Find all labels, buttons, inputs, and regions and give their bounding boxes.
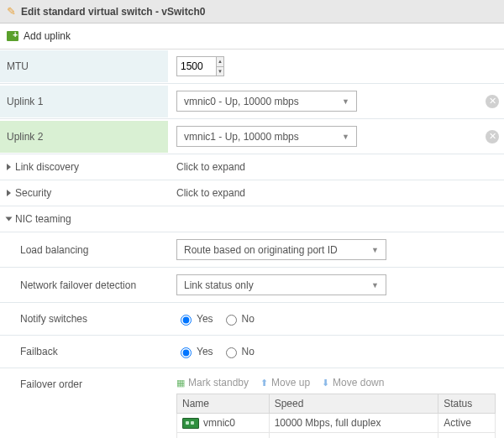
notify-switches-label: Notify switches — [0, 303, 168, 335]
chevron-down-icon: ▼ — [371, 246, 379, 254]
failover-detection-value: Link status only — [184, 279, 254, 291]
title-bar: ✎ Edit standard virtual switch - vSwitch… — [0, 0, 504, 23]
nic-icon — [182, 418, 199, 429]
failback-row: Failback Yes No — [0, 336, 504, 368]
mtu-step-down[interactable]: ▼ — [217, 67, 223, 76]
failback-no-radio[interactable]: No — [222, 345, 255, 358]
failover-order-table: Name Speed Status vmnic0 10000 Mbps, ful… — [176, 394, 496, 438]
caret-right-icon — [7, 164, 11, 170]
notify-no-radio[interactable]: No — [222, 312, 255, 326]
link-discovery-label: Link discovery — [15, 161, 79, 173]
uplink2-value: vmnic1 - Up, 10000 mbps — [184, 131, 299, 143]
mtu-stepper[interactable]: ▲ ▼ — [176, 56, 224, 76]
uplink1-remove-button[interactable]: ✕ — [486, 95, 499, 108]
uplink2-label: Uplink 2 — [0, 121, 168, 153]
table-row[interactable]: vmnic1 10000 Mbps, full duplex Active — [177, 433, 496, 438]
mtu-label: MTU — [0, 50, 168, 82]
chevron-down-icon: ▼ — [371, 281, 379, 289]
nic-teaming-label: NIC teaming — [15, 213, 71, 225]
col-status[interactable]: Status — [438, 394, 496, 414]
move-down-button[interactable]: ⬇Move down — [322, 377, 384, 388]
link-discovery-value: Click to expand — [168, 154, 504, 180]
table-row[interactable]: vmnic0 10000 Mbps, full duplex Active — [177, 414, 496, 433]
uplink1-value: vmnic0 - Up, 10000 mbps — [184, 96, 299, 107]
caret-down-icon — [6, 217, 13, 222]
mtu-input[interactable] — [177, 57, 216, 76]
failover-order-label: Failover order — [0, 368, 168, 400]
failback-label: Failback — [0, 336, 168, 368]
security-value: Click to expand — [168, 180, 504, 206]
security-label: Security — [15, 187, 51, 199]
standby-icon: ▦ — [176, 378, 185, 388]
chevron-down-icon: ▼ — [342, 133, 349, 141]
uplink1-row: Uplink 1 vmnic0 - Up, 10000 mbps ▼ ✕ — [0, 84, 504, 119]
edit-icon: ✎ — [7, 5, 16, 18]
add-uplink-button[interactable]: Add uplink — [0, 23, 504, 50]
arrow-up-icon: ⬆ — [260, 378, 268, 388]
mtu-row: MTU ▲ ▼ — [0, 50, 504, 84]
mark-standby-button[interactable]: ▦Mark standby — [176, 377, 249, 388]
load-balancing-label: Load balancing — [0, 234, 168, 266]
add-icon — [7, 31, 18, 41]
mtu-step-up[interactable]: ▲ — [217, 57, 223, 67]
uplink2-row: Uplink 2 vmnic1 - Up, 10000 mbps ▼ ✕ — [0, 119, 504, 154]
failover-detection-row: Network failover detection Link status o… — [0, 268, 504, 303]
failover-detection-label: Network failover detection — [0, 269, 168, 301]
move-up-button[interactable]: ⬆Move up — [260, 377, 310, 388]
load-balancing-select[interactable]: Route based on originating port ID ▼ — [176, 239, 386, 260]
caret-right-icon — [7, 190, 11, 196]
uplink1-select[interactable]: vmnic0 - Up, 10000 mbps ▼ — [176, 91, 357, 112]
nic-teaming-row[interactable]: NIC teaming — [0, 206, 504, 232]
uplink2-select[interactable]: vmnic1 - Up, 10000 mbps ▼ — [176, 126, 357, 147]
failover-order-row: Failover order ▦Mark standby ⬆Move up ⬇M… — [0, 368, 504, 438]
security-row[interactable]: Security Click to expand — [0, 180, 504, 206]
arrow-down-icon: ⬇ — [322, 378, 329, 388]
load-balancing-value: Route based on originating port ID — [184, 244, 338, 256]
failover-order-toolbar: ▦Mark standby ⬆Move up ⬇Move down — [176, 373, 496, 394]
uplink1-label: Uplink 1 — [0, 86, 168, 117]
chevron-down-icon: ▼ — [342, 97, 349, 106]
col-speed[interactable]: Speed — [269, 394, 438, 414]
uplink2-remove-button[interactable]: ✕ — [486, 130, 499, 143]
add-uplink-label: Add uplink — [24, 30, 71, 42]
failover-detection-select[interactable]: Link status only ▼ — [176, 274, 386, 295]
dialog-title: Edit standard virtual switch - vSwitch0 — [21, 6, 205, 18]
col-name[interactable]: Name — [177, 394, 270, 414]
notify-switches-row: Notify switches Yes No — [0, 303, 504, 336]
failback-yes-radio[interactable]: Yes — [176, 345, 213, 358]
load-balancing-row: Load balancing Route based on originatin… — [0, 232, 504, 268]
link-discovery-row[interactable]: Link discovery Click to expand — [0, 154, 504, 180]
notify-yes-radio[interactable]: Yes — [176, 312, 213, 326]
